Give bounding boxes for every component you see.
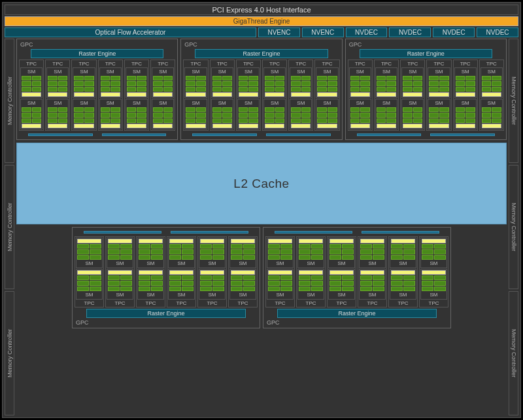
cuda-core: [120, 275, 132, 280]
rt-core: [231, 239, 255, 243]
cuda-core: [360, 281, 372, 285]
sm-label: SM: [169, 292, 194, 298]
gpc-block: SMSMTPCSMSMTPCSMSMTPCSMSMTPCSMSMTPCSMSMT…: [72, 227, 260, 328]
sm-label: SM: [139, 292, 163, 298]
sm-block: SM: [76, 237, 103, 268]
cuda-core: [120, 281, 132, 285]
cuda-core: [342, 249, 354, 254]
sm-block: SM: [267, 237, 294, 268]
gpc-block: SMSMTPCSMSMTPCSMSMTPCSMSMTPCSMSMTPCSMSMT…: [263, 227, 451, 328]
sm-label: SM: [212, 100, 232, 107]
sm-cores: [429, 76, 448, 92]
gpc-block: GPCRaster EngineTPCSMSMTPCSMSMTPCSMSMTPC…: [16, 39, 178, 140]
tpc-label: TPC: [349, 61, 371, 67]
cuda-core: [299, 281, 311, 285]
sm-cores: [200, 275, 224, 291]
cuda-core: [101, 87, 110, 92]
cuda-core: [328, 113, 337, 117]
cuda-core: [403, 249, 415, 254]
cuda-core: [212, 275, 224, 280]
rt-core: [153, 124, 173, 128]
cuda-core: [311, 287, 323, 291]
cuda-core: [280, 244, 292, 249]
rt-core: [403, 124, 422, 128]
sm-cores: [186, 107, 205, 123]
cuda-core: [153, 87, 163, 92]
sm-label: SM: [268, 260, 292, 267]
sm-block: SM: [184, 67, 207, 98]
tpc-block: SMSMTPC: [358, 236, 387, 307]
memory-controller-label: Memory Controller: [7, 203, 13, 251]
cuda-core: [275, 81, 285, 86]
gpc-label: GPC: [19, 41, 175, 48]
cuda-core: [243, 275, 255, 280]
tpc-block: TPCSMSM: [479, 60, 504, 131]
rt-core: [350, 92, 370, 97]
sm-block: SM: [199, 237, 226, 268]
sm-block: SM: [229, 237, 256, 268]
sm-block: SM: [126, 67, 148, 98]
sm-label: SM: [429, 69, 448, 75]
tpc-label: TPC: [359, 300, 386, 306]
cuda-core: [231, 244, 243, 249]
sm-block: SM: [390, 269, 416, 300]
cuda-core: [48, 87, 58, 92]
cuda-core: [222, 81, 232, 86]
rt-core: [377, 124, 396, 128]
cuda-core: [439, 81, 449, 86]
cuda-core: [248, 81, 258, 86]
cuda-core: [328, 76, 337, 80]
cuda-core: [275, 87, 285, 92]
cuda-core: [151, 249, 163, 254]
cuda-core: [196, 87, 206, 92]
sm-block: SM: [152, 67, 174, 98]
sm-label: SM: [48, 69, 67, 75]
sm-cores: [268, 244, 292, 260]
sm-cores: [153, 107, 173, 123]
rt-core: [360, 239, 384, 243]
cuda-core: [265, 76, 275, 80]
cuda-core: [101, 76, 110, 80]
nvenc-unit: NVENC: [302, 27, 344, 37]
cuda-core: [291, 87, 301, 92]
tpc-block: TPCSMSM: [453, 60, 478, 131]
cuda-core: [403, 281, 415, 285]
rt-core: [139, 239, 163, 243]
rt-core: [429, 124, 448, 128]
sm-cores: [48, 107, 67, 123]
sm-block: SM: [20, 99, 42, 130]
cuda-core: [182, 244, 194, 249]
cuda-core: [151, 281, 163, 285]
tpc-block: TPCSMSM: [236, 60, 261, 131]
tpc-block: TPCSMSM: [314, 60, 339, 131]
cuda-core: [482, 81, 492, 86]
tpc-label: TPC: [99, 61, 122, 67]
sm-cores: [108, 244, 132, 260]
cuda-core: [222, 87, 232, 92]
sm-label: SM: [139, 260, 163, 267]
cuda-core: [239, 107, 248, 112]
rt-core: [317, 92, 337, 97]
cuda-core: [186, 118, 195, 123]
sm-block: SM: [375, 67, 397, 98]
cuda-core: [265, 107, 275, 112]
cuda-core: [222, 118, 232, 123]
sm-block: SM: [211, 67, 233, 98]
cuda-core: [268, 287, 280, 291]
cuda-core: [239, 76, 248, 80]
cuda-core: [22, 81, 31, 86]
cuda-core: [77, 244, 89, 249]
sm-label: SM: [299, 260, 323, 267]
tpc-row: SMSMTPCSMSMTPCSMSMTPCSMSMTPCSMSMTPCSMSMT…: [75, 236, 258, 307]
rt-core: [268, 270, 292, 275]
sm-label: SM: [360, 260, 384, 267]
cuda-core: [222, 107, 232, 112]
cuda-core: [151, 275, 163, 280]
cuda-core: [58, 87, 68, 92]
sm-label: SM: [456, 69, 475, 75]
sm-label: SM: [108, 260, 132, 267]
cuda-core: [492, 107, 501, 112]
sm-block: SM: [428, 67, 450, 98]
cuda-core: [151, 255, 163, 260]
tpc-block: TPCSMSM: [210, 60, 235, 131]
